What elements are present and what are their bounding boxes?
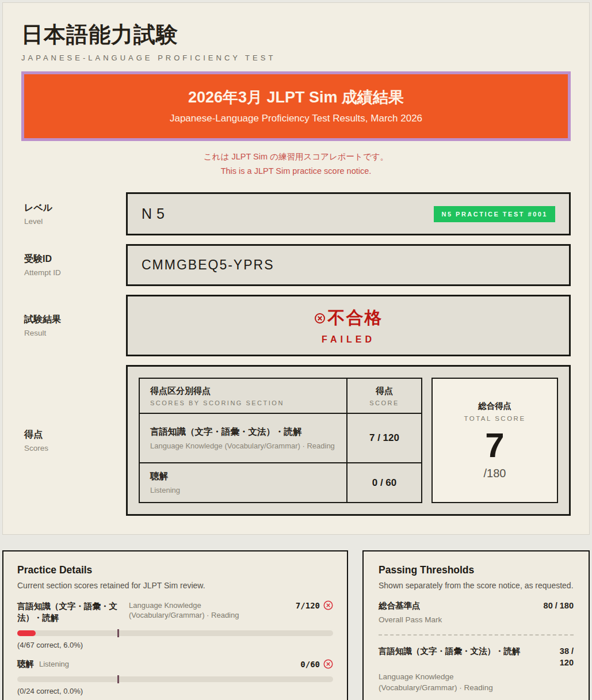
- practice-test-badge: N5 PRACTICE TEST #001: [434, 206, 555, 222]
- practice-notice-jp: これは JLPT Sim の練習用スコアレポートです。: [21, 150, 571, 164]
- threshold-name-jp: 総合基準点: [379, 600, 421, 611]
- attempt-id-label: 受験ID Attempt ID: [21, 244, 126, 286]
- circle-x-icon: [323, 600, 333, 610]
- threshold-value: 80 / 180: [533, 600, 574, 611]
- passing-thresholds-subtitle: Shown separately from the score notice, …: [379, 581, 574, 590]
- practice-details-card: Practice Details Current section scores …: [2, 550, 348, 700]
- bar-fill: [17, 630, 36, 636]
- scores-row: 得点 Scores 得点区分別得点 SCORES BY SCORING SECT…: [21, 365, 571, 516]
- score-header-en: SCORE: [369, 400, 399, 406]
- practice-section-name-jp: 聴解: [17, 659, 34, 669]
- score-progress-bar: [17, 676, 333, 682]
- score-header-jp: 得点: [376, 386, 393, 397]
- row-name-jp: 聴解: [150, 470, 336, 482]
- practice-section-name-jp: 言語知識（文字・語彙・文法）・読解: [17, 600, 124, 623]
- result-label-jp: 試験結果: [24, 314, 126, 326]
- practice-section-name-en: Listening: [39, 660, 69, 668]
- result-value-box: 不合格 FAILED: [126, 295, 571, 356]
- table-row: 言語知識（文字・語彙・文法）・読解 Language Knowledge (Vo…: [140, 414, 421, 463]
- circle-x-icon: [314, 313, 326, 324]
- row-score: 7 / 120: [369, 432, 399, 444]
- practice-section-score: 0/60: [300, 660, 320, 669]
- passing-thresholds-card: Passing Thresholds Shown separately from…: [362, 550, 590, 700]
- level-value-box: N5 N5 PRACTICE TEST #001: [126, 192, 571, 235]
- section-header-en: SCORES BY SCORING SECTION: [150, 400, 336, 406]
- threshold-row: 言語知識（文字・語彙・文法）・読解 38 / 120: [379, 645, 574, 668]
- threshold-value: 38 / 120: [544, 645, 574, 668]
- attempt-id-value-box: CMMGBEQ5-YPRS: [126, 244, 571, 286]
- passing-thresholds-title: Passing Thresholds: [379, 564, 574, 576]
- banner-title-en: Japanese-Language Proficiency Test Resul…: [30, 113, 562, 124]
- total-score-max: /180: [484, 467, 506, 480]
- results-banner: 2026年3月 JLPT Sim 成績結果 Japanese-Language …: [21, 71, 571, 141]
- level-label-en: Level: [24, 217, 126, 226]
- report-header: 日本語能力試験 JAPANESE-LANGUAGE PROFICIENCY TE…: [21, 20, 571, 62]
- attempt-id-label-jp: 受験ID: [24, 253, 126, 265]
- practice-details-title: Practice Details: [17, 564, 333, 576]
- result-label: 試験結果 Result: [21, 295, 126, 356]
- result-label-en: Result: [24, 329, 126, 337]
- level-label-jp: レベル: [24, 202, 126, 214]
- level-row: レベル Level N5 N5 PRACTICE TEST #001: [21, 192, 571, 235]
- practice-section-name-en: Language Knowledge (Vocabulary/Grammar) …: [129, 600, 267, 620]
- dashed-divider: [379, 634, 574, 636]
- practice-details-subtitle: Current section scores retained for JLPT…: [17, 581, 333, 590]
- threshold-row: 総合基準点 80 / 180: [379, 600, 574, 611]
- row-name-en: Listening: [150, 485, 336, 495]
- score-report-card: 日本語能力試験 JAPANESE-LANGUAGE PROFICIENCY TE…: [2, 2, 590, 535]
- table-row: 聴解 Listening 0 / 60: [140, 463, 421, 502]
- practice-section-caption: (0/24 correct, 0.0%): [17, 687, 333, 695]
- section-header-jp: 得点区分別得点: [150, 386, 336, 397]
- score-progress-bar: [17, 630, 333, 636]
- row-score: 0 / 60: [372, 477, 397, 489]
- practice-notice-en: This is a JLPT Sim practice score notice…: [21, 164, 571, 178]
- result-row: 試験結果 Result 不合格 FAILED: [21, 295, 571, 356]
- circle-x-icon: [323, 659, 333, 669]
- banner-title-jp: 2026年3月 JLPT Sim 成績結果: [30, 87, 562, 108]
- threshold-name-jp: 言語知識（文字・語彙・文法）・読解: [379, 645, 540, 668]
- practice-section-score: 7/120: [296, 601, 320, 610]
- total-score-label-en: TOTAL SCORE: [464, 415, 525, 422]
- bar-marker: [117, 629, 119, 637]
- attempt-id-row: 受験ID Attempt ID CMMGBEQ5-YPRS: [21, 244, 571, 286]
- scores-label-en: Scores: [24, 444, 126, 452]
- scores-by-section-table: 得点区分別得点 SCORES BY SCORING SECTION 得点 SCO…: [139, 378, 422, 503]
- scores-label: 得点 Scores: [21, 365, 126, 516]
- practice-section-caption: (4/67 correct, 6.0%): [17, 641, 333, 649]
- scores-table-header: 得点区分別得点 SCORES BY SCORING SECTION 得点 SCO…: [140, 379, 421, 414]
- result-value-jp: 不合格: [328, 306, 383, 330]
- total-score-label-jp: 総合得点: [478, 401, 511, 412]
- practice-section-row: 聴解 Listening 0/60: [17, 659, 333, 669]
- scores-label-jp: 得点: [24, 429, 126, 441]
- attempt-id-value: CMMGBEQ5-YPRS: [142, 257, 274, 273]
- scores-value-box: 得点区分別得点 SCORES BY SCORING SECTION 得点 SCO…: [126, 365, 571, 516]
- practice-notice: これは JLPT Sim の練習用スコアレポートです。 This is a JL…: [21, 150, 571, 178]
- attempt-id-label-en: Attempt ID: [24, 268, 126, 277]
- threshold-name-en: Language Knowledge (Vocabulary/Grammar) …: [379, 671, 525, 693]
- practice-section-row: 言語知識（文字・語彙・文法）・読解 Language Knowledge (Vo…: [17, 600, 333, 623]
- total-score-box: 総合得点 TOTAL SCORE 7 /180: [431, 378, 558, 503]
- bar-marker: [117, 675, 119, 683]
- row-name-jp: 言語知識（文字・語彙・文法）・読解: [150, 426, 336, 438]
- level-value: N5: [142, 206, 169, 222]
- page-title: 日本語能力試験: [21, 20, 571, 50]
- result-value-en: FAILED: [322, 334, 375, 345]
- threshold-name-en: Overall Pass Mark: [379, 614, 551, 625]
- row-name-en: Language Knowledge (Vocabulary/Grammar) …: [150, 441, 336, 451]
- total-score-value: 7: [485, 428, 504, 463]
- page-subtitle: JAPANESE-LANGUAGE PROFICIENCY TEST: [21, 54, 571, 62]
- level-label: レベル Level: [21, 192, 126, 235]
